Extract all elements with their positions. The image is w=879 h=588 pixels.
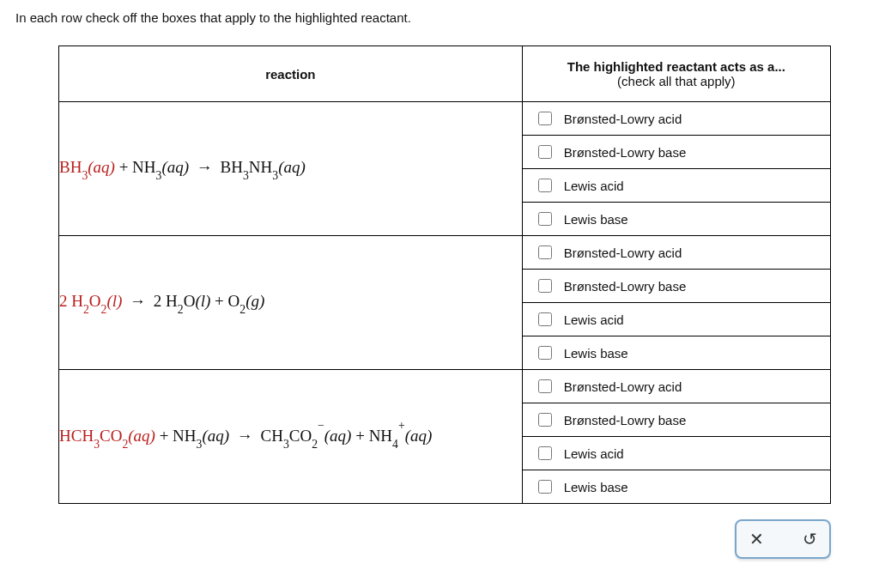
checkbox-bl-base[interactable]: [538, 145, 552, 159]
reset-icon: ↺: [803, 529, 817, 549]
checkbox-bl-acid[interactable]: [538, 379, 552, 393]
option-label: Brønsted-Lowry acid: [564, 379, 682, 394]
action-bar: ✕ ↺: [58, 519, 831, 559]
checkbox-lewis-acid[interactable]: [538, 179, 552, 192]
action-box: ✕ ↺: [735, 519, 831, 559]
options-cell: Brønsted-Lowry acid Brønsted-Lowry base …: [522, 370, 830, 504]
table-row: HCH3CO2(aq) + NH3(aq) → CH3CO2−(aq) + NH…: [59, 370, 831, 504]
header-acts: The highlighted reactant acts as a... (c…: [522, 46, 830, 102]
checkbox-lewis-base[interactable]: [538, 480, 552, 494]
checkbox-lewis-acid[interactable]: [538, 446, 552, 460]
header-acts-line2: (check all that apply): [617, 74, 736, 88]
reaction-rest: + NH3(aq) → CH3CO2−(aq) + NH4+(aq): [160, 427, 433, 445]
checkbox-bl-base[interactable]: [538, 413, 552, 427]
table-row: 2 H2O2(l) → 2 H2O(l) + O2(g) Brønsted-Lo…: [59, 236, 831, 370]
checkbox-lewis-base[interactable]: [538, 212, 552, 226]
checkbox-bl-acid[interactable]: [538, 246, 552, 259]
option-label: Brønsted-Lowry base: [564, 279, 687, 294]
table-row: BH3(aq) + NH3(aq) → BH3NH3(aq) Brønsted-…: [59, 102, 831, 236]
checkbox-bl-acid[interactable]: [538, 112, 552, 125]
option-label: Brønsted-Lowry base: [564, 145, 687, 160]
option-label: Lewis acid: [564, 312, 624, 327]
highlighted-reactant: HCH3CO2(aq): [59, 427, 155, 445]
option-label: Lewis acid: [564, 446, 624, 461]
option-label: Lewis base: [564, 346, 628, 361]
options-cell: Brønsted-Lowry acid Brønsted-Lowry base …: [522, 236, 830, 370]
close-button[interactable]: ✕: [745, 528, 767, 550]
reset-button[interactable]: ↺: [798, 528, 821, 550]
reaction-cell: HCH3CO2(aq) + NH3(aq) → CH3CO2−(aq) + NH…: [59, 370, 523, 504]
option-label: Lewis base: [564, 212, 628, 227]
instructions-text: In each row check off the boxes that app…: [15, 10, 864, 25]
option-label: Brønsted-Lowry acid: [564, 246, 682, 260]
reaction-cell: BH3(aq) + NH3(aq) → BH3NH3(aq): [59, 102, 523, 236]
reaction-cell: 2 H2O2(l) → 2 H2O(l) + O2(g): [59, 236, 523, 370]
option-label: Lewis base: [564, 480, 628, 494]
checkbox-lewis-acid[interactable]: [538, 312, 552, 326]
header-reaction: reaction: [59, 46, 523, 102]
reaction-table: reaction The highlighted reactant acts a…: [58, 45, 831, 504]
close-icon: ✕: [749, 529, 764, 549]
checkbox-bl-base[interactable]: [538, 279, 552, 293]
checkbox-lewis-base[interactable]: [538, 346, 552, 360]
option-label: Brønsted-Lowry base: [564, 413, 687, 427]
option-label: Lewis acid: [564, 179, 624, 193]
reaction-rest: → 2 H2O(l) + O2(g): [126, 292, 264, 310]
highlighted-reactant: 2 H2O2(l): [59, 292, 122, 310]
option-label: Brønsted-Lowry acid: [564, 112, 682, 126]
reaction-rest: + NH3(aq) → BH3NH3(aq): [119, 158, 306, 176]
highlighted-reactant: BH3(aq): [59, 158, 115, 176]
options-cell: Brønsted-Lowry acid Brønsted-Lowry base …: [522, 102, 830, 236]
header-acts-line1: The highlighted reactant acts as a...: [567, 59, 785, 74]
